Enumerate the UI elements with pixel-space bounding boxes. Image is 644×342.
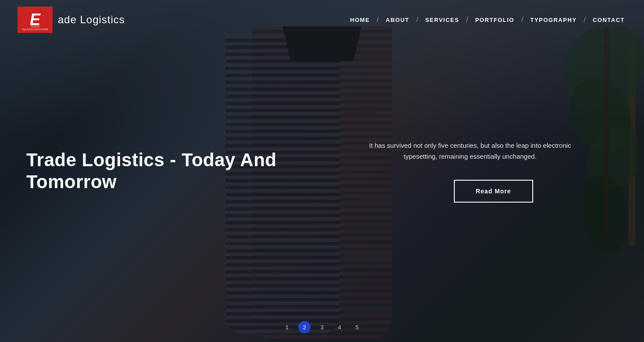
page-5[interactable]: 5 xyxy=(351,321,363,333)
nav-item-typography[interactable]: TYPOGRAPHY xyxy=(528,17,578,23)
hero-description: It has survived not only five centuries,… xyxy=(369,140,571,162)
hero-left: Trade Logistics - Today And Tomorrow xyxy=(26,149,352,193)
logo-watermark: 资源君 eyunzhu.com/vdisk xyxy=(18,25,52,31)
hero-content: Trade Logistics - Today And Tomorrow It … xyxy=(0,0,644,342)
nav-item-portfolio[interactable]: PORTFOLIO xyxy=(474,17,516,23)
logo-area: E 资源君 eyunzhu.com/vdisk ade Logistics xyxy=(18,7,125,33)
nav-item-services[interactable]: SERVICES xyxy=(424,17,461,23)
nav-item-about[interactable]: ABOUT xyxy=(384,17,411,23)
nav-item-home[interactable]: HOME xyxy=(348,17,372,23)
page-2[interactable]: 2 xyxy=(298,321,311,333)
header: E 资源君 eyunzhu.com/vdisk ade Logistics HO… xyxy=(0,0,644,39)
page-4[interactable]: 4 xyxy=(333,321,346,333)
pagination: 1 2 3 4 5 xyxy=(281,321,363,333)
nav-sep-3: / xyxy=(466,16,468,24)
main-nav: HOME / ABOUT / SERVICES / PORTFOLIO / TY… xyxy=(348,16,626,24)
nav-sep-4: / xyxy=(521,16,523,24)
page-1[interactable]: 1 xyxy=(281,321,293,333)
read-more-button[interactable]: Read More xyxy=(454,180,533,203)
nav-sep-1: / xyxy=(377,16,379,24)
nav-item-contact[interactable]: CONTACT xyxy=(591,17,626,23)
site-name: ade Logistics xyxy=(58,14,125,26)
nav-sep-5: / xyxy=(584,16,585,24)
hero-right: It has survived not only five centuries,… xyxy=(352,140,618,203)
page-3[interactable]: 3 xyxy=(316,321,328,333)
hero-title: Trade Logistics - Today And Tomorrow xyxy=(26,149,352,193)
logo-box: E 资源君 eyunzhu.com/vdisk xyxy=(18,7,53,33)
nav-sep-2: / xyxy=(416,16,418,24)
